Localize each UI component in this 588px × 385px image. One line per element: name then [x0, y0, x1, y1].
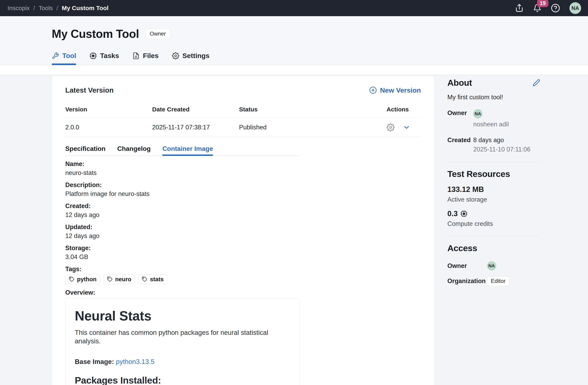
credits-number: 0.3 — [447, 209, 458, 218]
owner-name: nosheen adil — [473, 120, 540, 128]
gear-icon — [172, 52, 179, 59]
latest-version-title: Latest Version — [65, 86, 114, 94]
tag-chip: stats — [138, 274, 167, 284]
tag-label: neuro — [115, 276, 131, 282]
packages-heading: Packages Installed: — [75, 375, 290, 385]
breadcrumb-separator: / — [33, 5, 35, 12]
sidebar-divider — [447, 162, 540, 162]
right-sidebar: About My first custom tool! Owner NA nos… — [447, 78, 540, 286]
cpu-icon — [89, 52, 97, 59]
breadcrumb-tools[interactable]: Tools — [39, 5, 53, 12]
column-header-actions: Actions — [387, 106, 421, 113]
subtab-container-image[interactable]: Container Image — [162, 145, 213, 156]
row-settings-gear-icon[interactable] — [387, 123, 395, 132]
field-overview: Overview: Neural Stats This container ha… — [65, 289, 421, 385]
tag-icon — [107, 276, 113, 282]
column-header-version: Version — [65, 106, 152, 113]
created-relative: 8 days ago — [473, 136, 540, 144]
tab-label: Settings — [183, 52, 210, 60]
plus-circle-icon — [369, 86, 377, 94]
user-avatar[interactable]: NA — [569, 2, 581, 14]
field-label: Tags: — [65, 266, 421, 273]
created-timestamp: 2025-11-10 07:11:06 — [473, 146, 540, 153]
column-header-date-created: Date Created — [152, 106, 239, 113]
edit-pencil-icon[interactable] — [533, 79, 540, 87]
overview-heading: Neural Stats — [75, 308, 290, 323]
overview-description: This container has common python package… — [75, 328, 290, 345]
about-created-label: Created — [447, 136, 473, 144]
notifications-bell-icon[interactable]: 19 — [533, 4, 542, 12]
field-label: Updated: — [65, 224, 421, 231]
share-icon[interactable] — [515, 4, 524, 13]
compute-credits-label: Compute credits — [447, 220, 540, 227]
field-label: Created: — [65, 203, 421, 210]
field-value: neuro-stats — [65, 169, 421, 177]
chip-icon — [461, 210, 467, 217]
breadcrumb-separator: / — [56, 5, 58, 12]
overview-markdown-panel: Neural Stats This container has common p… — [65, 298, 300, 385]
main-tabs: Tool Tasks Files — [52, 52, 588, 65]
active-storage-label: Active storage — [447, 196, 540, 203]
about-title: About — [447, 78, 472, 88]
tab-settings[interactable]: Settings — [172, 52, 210, 65]
file-icon — [132, 52, 140, 59]
subtab-changelog[interactable]: Changelog — [117, 145, 150, 156]
about-owner-label: Owner — [447, 109, 473, 117]
container-image-details: Name: neuro-stats Description: Platform … — [65, 160, 421, 385]
help-icon[interactable] — [551, 3, 560, 13]
field-label: Overview: — [65, 289, 421, 296]
field-label: Description: — [65, 181, 421, 189]
active-storage-value: 133.12 MB — [447, 185, 540, 194]
tab-tasks[interactable]: Tasks — [89, 52, 119, 65]
access-organization-label: Organization — [447, 277, 487, 285]
sidebar-divider — [447, 236, 540, 236]
access-owner-avatar: NA — [487, 261, 496, 271]
version-cell: 2.0.0 — [65, 124, 152, 131]
tag-icon — [69, 276, 75, 282]
column-header-status: Status — [239, 106, 387, 113]
organization-role-badge: Editor — [487, 276, 509, 286]
tab-label: Tasks — [100, 52, 119, 60]
tag-label: python — [77, 276, 97, 282]
field-name: Name: neuro-stats — [65, 160, 421, 177]
about-description: My first custom tool! — [447, 93, 540, 101]
field-created: Created: 12 days ago — [65, 203, 421, 219]
access-title: Access — [447, 243, 540, 253]
field-value: 3.04 GB — [65, 253, 421, 261]
breadcrumb: Inscopix / Tools / My Custom Tool — [7, 5, 108, 12]
date-created-cell: 2025-11-17 07:38:17 — [152, 124, 239, 131]
tab-files[interactable]: Files — [132, 52, 158, 65]
field-value: 12 days ago — [65, 232, 421, 240]
tag-chip: neuro — [104, 274, 135, 284]
field-tags: Tags: python — [65, 266, 421, 284]
field-description: Description: Platform image for neuro-st… — [65, 181, 421, 198]
new-version-label: New Version — [380, 86, 421, 94]
version-subtabs: Specification Changelog Container Image — [65, 145, 300, 156]
base-image-link[interactable]: python3.13.5 — [116, 358, 155, 365]
chevron-down-icon[interactable] — [403, 124, 410, 131]
role-badge: Owner — [146, 29, 170, 39]
tag-chip: python — [65, 274, 100, 284]
access-owner-label: Owner — [447, 262, 487, 270]
owner-avatar: NA — [473, 109, 483, 118]
notification-count-badge: 19 — [537, 0, 548, 7]
new-version-button[interactable]: New Version — [369, 86, 421, 94]
page-header: My Custom Tool Owner Tool Tasks — [0, 16, 588, 65]
tab-label: Files — [143, 52, 158, 60]
topbar-actions: 19 NA — [515, 2, 581, 14]
subtab-specification[interactable]: Specification — [65, 145, 105, 156]
tab-tool[interactable]: Tool — [52, 52, 76, 65]
field-updated: Updated: 12 days ago — [65, 224, 421, 240]
breadcrumb-root[interactable]: Inscopix — [7, 5, 30, 12]
field-storage: Storage: 3.04 GB — [65, 245, 421, 261]
top-navigation-bar: Inscopix / Tools / My Custom Tool 19 NA — [0, 0, 588, 16]
field-label: Storage: — [65, 245, 421, 252]
header-spacer — [0, 65, 588, 75]
tab-label: Tool — [62, 52, 76, 60]
tag-icon — [142, 276, 147, 282]
field-value: Platform image for neuro-stats — [65, 190, 421, 198]
table-row: 2.0.0 2025-11-17 07:38:17 Published — [65, 118, 421, 137]
status-cell: Published — [239, 124, 387, 131]
compute-credits-value: 0.3 — [447, 209, 540, 218]
tag-label: stats — [150, 276, 164, 282]
